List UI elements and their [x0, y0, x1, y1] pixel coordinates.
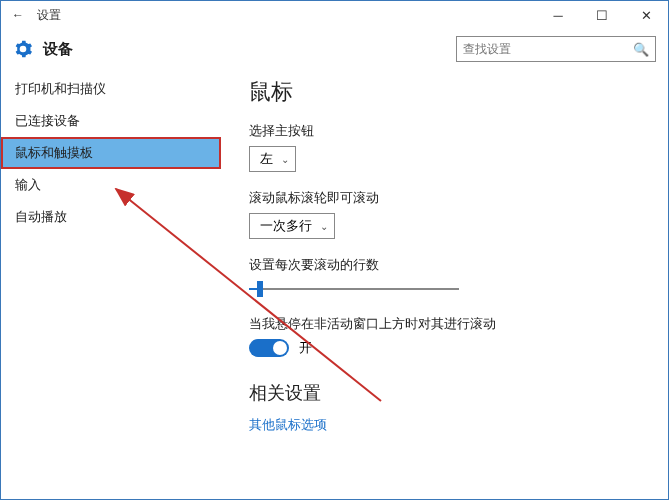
sidebar-item-connected[interactable]: 已连接设备	[1, 105, 221, 137]
other-mouse-options-link[interactable]: 其他鼠标选项	[249, 417, 668, 434]
related-heading: 相关设置	[249, 381, 668, 405]
primary-button-value: 左	[260, 151, 273, 168]
minimize-button[interactable]: ─	[536, 1, 580, 29]
scroll-mode-label: 滚动鼠标滚轮即可滚动	[249, 190, 668, 207]
back-button[interactable]: ←	[9, 8, 27, 22]
inactive-scroll-label: 当我悬停在非活动窗口上方时对其进行滚动	[249, 316, 668, 333]
close-button[interactable]: ✕	[624, 1, 668, 29]
scroll-mode-select[interactable]: 一次多行 ⌄	[249, 213, 335, 239]
sidebar-item-mouse[interactable]: 鼠标和触摸板	[1, 137, 221, 169]
lines-label: 设置每次要滚动的行数	[249, 257, 668, 274]
header: 设备 🔍	[1, 29, 668, 69]
window-controls: ─ ☐ ✕	[536, 1, 668, 29]
page-title: 鼠标	[249, 77, 668, 107]
primary-button-select[interactable]: 左 ⌄	[249, 146, 296, 172]
header-title: 设备	[43, 40, 73, 59]
window-title: 设置	[37, 7, 61, 24]
search-input[interactable]	[463, 42, 623, 56]
inactive-scroll-toggle[interactable]	[249, 339, 289, 357]
chevron-down-icon: ⌄	[281, 154, 289, 165]
primary-button-label: 选择主按钮	[249, 123, 668, 140]
search-box[interactable]: 🔍	[456, 36, 656, 62]
sidebar-item-printers[interactable]: 打印机和扫描仪	[1, 73, 221, 105]
lines-slider[interactable]	[249, 280, 459, 298]
sidebar: 打印机和扫描仪 已连接设备 鼠标和触摸板 输入 自动播放	[1, 69, 221, 499]
scroll-mode-value: 一次多行	[260, 218, 312, 235]
gear-icon	[13, 39, 33, 59]
sidebar-item-autoplay[interactable]: 自动播放	[1, 201, 221, 233]
sidebar-item-typing[interactable]: 输入	[1, 169, 221, 201]
chevron-down-icon: ⌄	[320, 221, 328, 232]
toggle-state: 开	[299, 340, 312, 357]
maximize-button[interactable]: ☐	[580, 1, 624, 29]
search-icon: 🔍	[633, 42, 649, 57]
content: 鼠标 选择主按钮 左 ⌄ 滚动鼠标滚轮即可滚动 一次多行 ⌄ 设置每次要滚动的行…	[221, 69, 668, 499]
